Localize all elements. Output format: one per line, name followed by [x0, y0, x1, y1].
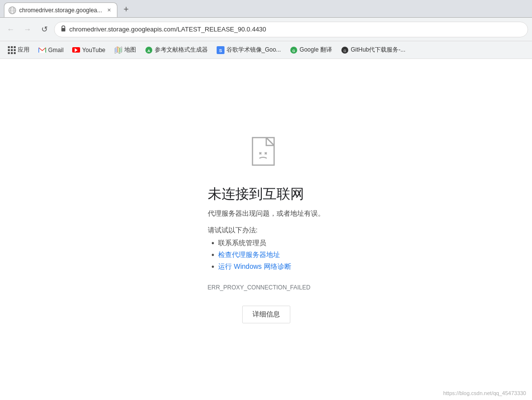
error-title: 未连接到互联网 — [208, 185, 304, 203]
tab-bar: chromedriver.storage.googlea... ✕ + — [0, 0, 532, 18]
bookmarks-bar: 应用 Gmail YouTube — [0, 41, 532, 59]
forward-button[interactable]: → — [21, 23, 34, 36]
bookmark-translate[interactable]: G Google 翻译 — [286, 44, 336, 56]
bookmark-gmail[interactable]: Gmail — [34, 45, 67, 56]
url-bar[interactable]: chromedriver.storage.googleapis.com/LATE… — [54, 22, 528, 37]
reload-button[interactable]: ↺ — [37, 23, 51, 36]
browser-frame: chromedriver.storage.googlea... ✕ + ← → … — [0, 0, 532, 400]
bookmark-translate-label: Google 翻译 — [300, 46, 332, 54]
new-tab-button[interactable]: + — [119, 2, 133, 16]
error-icon — [249, 136, 284, 173]
bookmark-youtube-label: YouTube — [82, 47, 105, 54]
bookmark-maps-label: 地图 — [124, 46, 136, 54]
url-base: chromedriver.storage.googleapis.com — [69, 26, 176, 33]
suggestion-check-proxy: 检查代理服务器地址 — [212, 251, 291, 259]
translate-icon: G — [290, 46, 298, 54]
active-tab[interactable]: chromedriver.storage.googlea... ✕ — [4, 2, 117, 17]
bookmark-scholar[interactable]: S 谷歌学术镜像_Goo... — [213, 44, 285, 56]
error-subtitle: 代理服务器出现问题，或者地址有误。 — [208, 209, 325, 218]
maps-icon — [114, 46, 122, 54]
svg-rect-10 — [115, 48, 117, 52]
error-code: ERR_PROXY_CONNECTION_FAILED — [208, 284, 310, 291]
suggestion-contact-admin: 联系系统管理员 — [212, 239, 291, 248]
bookmark-apps-label: 应用 — [18, 46, 29, 54]
bookmark-github[interactable]: G GitHub代下载服务-... — [337, 44, 409, 56]
bookmark-gmail-label: Gmail — [48, 47, 63, 54]
error-suggestions-list: 联系系统管理员 检查代理服务器地址 运行 Windows 网络诊断 — [208, 239, 291, 274]
back-button[interactable]: ← — [4, 23, 18, 36]
url-path: /LATEST_RELEASE_90.0.4430 — [176, 26, 266, 33]
tab-favicon-icon — [8, 6, 16, 14]
bookmark-scholar-label: 谷歌学术镜像_Goo... — [226, 46, 281, 54]
sad-document-icon — [249, 136, 284, 171]
watermark: https://blog.csdn.net/qq_45473330 — [443, 390, 526, 396]
details-button[interactable]: 详细信息 — [242, 306, 290, 323]
ref-icon: A — [145, 46, 153, 54]
svg-line-22 — [266, 138, 274, 145]
url-text: chromedriver.storage.googleapis.com/LATE… — [69, 26, 522, 33]
svg-text:S: S — [219, 48, 222, 53]
svg-rect-11 — [117, 47, 119, 52]
bookmark-youtube[interactable]: YouTube — [68, 45, 109, 56]
tab-close-button[interactable]: ✕ — [105, 6, 113, 14]
github-icon: G — [341, 46, 349, 54]
bookmark-maps[interactable]: 地图 — [111, 44, 140, 56]
run-diagnostic-link[interactable]: 运行 Windows 网络诊断 — [218, 262, 291, 271]
gmail-icon — [38, 47, 46, 53]
svg-rect-12 — [119, 48, 122, 52]
suggestion-run-diagnostic: 运行 Windows 网络诊断 — [212, 262, 291, 271]
error-try-label: 请试试以下办法: — [208, 226, 258, 235]
check-proxy-link[interactable]: 检查代理服务器地址 — [218, 251, 280, 259]
lock-icon — [60, 25, 66, 33]
bookmark-apps[interactable]: 应用 — [4, 44, 33, 56]
bookmark-github-label: GitHub代下载服务-... — [351, 46, 405, 54]
apps-icon — [8, 46, 16, 54]
scholar-icon: S — [217, 46, 224, 54]
page-content: 未连接到互联网 代理服务器出现问题，或者地址有误。 请试试以下办法: 联系系统管… — [0, 59, 532, 400]
svg-text:G: G — [343, 49, 346, 52]
svg-rect-5 — [61, 28, 65, 31]
address-bar: ← → ↺ chromedriver.storage.googleapis.co… — [0, 18, 532, 41]
error-container: 未连接到互联网 代理服务器出现问题，或者地址有误。 请试试以下办法: 联系系统管… — [208, 136, 325, 323]
youtube-icon — [72, 47, 80, 53]
tab-title: chromedriver.storage.googlea... — [19, 7, 102, 14]
svg-text:G: G — [292, 49, 295, 52]
bookmark-ref[interactable]: A 参考文献格式生成器 — [141, 44, 212, 56]
svg-text:A: A — [147, 48, 150, 53]
bookmark-ref-label: 参考文献格式生成器 — [155, 46, 208, 54]
